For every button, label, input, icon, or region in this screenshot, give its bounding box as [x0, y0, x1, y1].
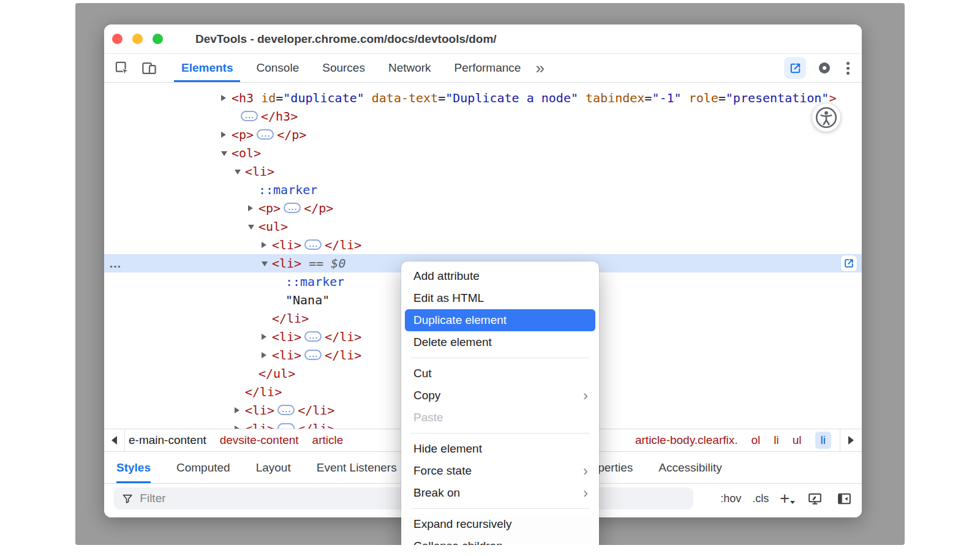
code-token: <li>: [272, 238, 301, 252]
menu-item-add-attribute[interactable]: Add attribute: [405, 265, 595, 287]
menu-item-copy[interactable]: Copy›: [405, 385, 595, 407]
dom-row[interactable]: <li>…</li>: [104, 236, 862, 254]
toggle-element-state-button[interactable]: :hov: [720, 492, 741, 505]
inline-expand-button[interactable]: …: [277, 405, 295, 415]
inline-expand-button[interactable]: …: [241, 111, 258, 121]
menu-item-hide-element[interactable]: Hide element: [405, 438, 595, 460]
code-token: "-1": [652, 91, 681, 105]
panel-tab-event-listeners[interactable]: Event Listeners: [317, 452, 397, 483]
panel-tab-layout[interactable]: Layout: [256, 452, 291, 483]
dom-row[interactable]: <p>…</p>: [104, 199, 862, 217]
zoom-window-button[interactable]: [153, 34, 163, 44]
paint-monitor-icon[interactable]: [805, 489, 824, 508]
tab-network[interactable]: Network: [381, 54, 439, 82]
element-classes-button[interactable]: .cls: [752, 492, 769, 505]
code-token: =: [718, 91, 726, 105]
submenu-chevron-icon: ›: [583, 385, 588, 406]
breadcrumb-item-devsite-content[interactable]: devsite-content: [220, 434, 299, 447]
tab-sources[interactable]: Sources: [315, 54, 372, 82]
toolbar-left-icons: [113, 54, 158, 82]
new-style-rule-button[interactable]: +: [780, 491, 794, 506]
breadcrumb-item-li[interactable]: li: [815, 432, 831, 449]
dom-row[interactable]: <li>: [104, 162, 862, 181]
code-token: "duplicate": [283, 91, 364, 105]
menu-item-collapse-children[interactable]: Collapse children: [405, 535, 595, 545]
menu-item-cut[interactable]: Cut: [405, 363, 595, 385]
panel-tab-styles[interactable]: Styles: [116, 452, 151, 483]
code-token: </p>: [304, 201, 333, 216]
menu-separator: [411, 508, 589, 509]
inline-expand-button[interactable]: …: [257, 129, 274, 140]
dom-row[interactable]: <p>…</p>: [104, 126, 862, 144]
collapse-arrow-icon[interactable]: [262, 261, 268, 266]
menu-item-delete-element[interactable]: Delete element: [405, 331, 595, 353]
expand-arrow-icon[interactable]: [262, 334, 266, 340]
expand-arrow-icon[interactable]: [262, 242, 266, 248]
code-token: <p>: [258, 201, 281, 216]
code-token: <ul>: [258, 219, 288, 234]
tab-elements[interactable]: Elements: [174, 54, 240, 82]
minimize-window-button[interactable]: [132, 34, 143, 44]
expand-arrow-icon[interactable]: [262, 352, 266, 358]
inspect-element-icon[interactable]: [113, 59, 131, 77]
inline-expand-button[interactable]: …: [277, 423, 295, 429]
chevron-left-icon: [111, 436, 117, 445]
menu-item-expand-recursively[interactable]: Expand recursively: [405, 513, 595, 535]
menu-item-edit-as-html[interactable]: Edit as HTML: [405, 287, 595, 309]
code-token: ==: [301, 256, 331, 271]
breadcrumb-item-ul[interactable]: ul: [793, 434, 802, 447]
devtools-toolbar: ElementsConsoleSourcesNetworkPerformance…: [104, 54, 862, 83]
window-controls: [112, 34, 163, 44]
menu-item-paste: Paste: [405, 407, 595, 429]
collapse-arrow-icon[interactable]: [248, 225, 254, 230]
breadcrumb-scroll-right-button[interactable]: [840, 429, 862, 451]
gray-backdrop: DevTools - developer.chrome.com/docs/dev…: [75, 3, 905, 545]
close-window-button[interactable]: [112, 34, 123, 44]
tab-performance[interactable]: Performance: [447, 54, 529, 82]
breadcrumb-scroll-left-button[interactable]: [104, 429, 125, 451]
toolbar-highlight-button[interactable]: [784, 57, 806, 79]
dom-row[interactable]: <ol>: [104, 144, 862, 162]
expand-arrow-icon[interactable]: [235, 407, 239, 413]
tab-console[interactable]: Console: [249, 54, 306, 82]
panel-tab-computed[interactable]: Computed: [176, 452, 230, 483]
inline-expand-button[interactable]: …: [304, 331, 322, 342]
more-tabs-icon[interactable]: »: [535, 54, 544, 82]
menu-item-duplicate-element[interactable]: Duplicate element: [405, 309, 595, 331]
node-badge-icon[interactable]: [841, 255, 857, 271]
menu-separator: [411, 433, 589, 434]
dom-row[interactable]: ::marker: [104, 181, 862, 199]
breadcrumb-item-article[interactable]: article: [312, 434, 344, 447]
settings-gear-icon[interactable]: [817, 61, 832, 75]
breadcrumb-item-e-main-content[interactable]: e-main-content: [129, 434, 206, 447]
kebab-menu-icon[interactable]: [846, 67, 850, 70]
device-toolbar-icon[interactable]: [140, 59, 158, 77]
expand-arrow-icon[interactable]: [248, 205, 253, 211]
menu-item-label: Delete element: [413, 336, 492, 348]
collapse-arrow-icon[interactable]: [235, 170, 241, 175]
toolbar-right-icons: [784, 54, 853, 82]
menu-item-force-state[interactable]: Force state›: [405, 460, 595, 482]
breadcrumb-item-li[interactable]: li: [774, 434, 778, 447]
code-token: </li>: [298, 403, 334, 418]
code-token: </li>: [325, 238, 361, 252]
inline-expand-button[interactable]: …: [284, 203, 301, 213]
breadcrumb-item-article-body-clearfix-[interactable]: article-body.clearfix.: [635, 434, 738, 447]
inline-expand-button[interactable]: …: [304, 350, 322, 360]
expand-arrow-icon[interactable]: [221, 95, 226, 101]
toggle-sidebar-icon[interactable]: [835, 489, 853, 508]
dom-row[interactable]: …</h3>: [104, 107, 862, 126]
expand-arrow-icon[interactable]: [221, 132, 226, 138]
breadcrumb-item-ol[interactable]: ol: [752, 434, 761, 447]
code-token: =: [276, 91, 283, 105]
row-options-icon[interactable]: …: [109, 254, 122, 272]
dom-row[interactable]: <ul>: [104, 217, 862, 236]
dom-row[interactable]: <h3 id="duplicate" data-text="Duplicate …: [104, 89, 862, 107]
code-token: </li>: [298, 421, 334, 429]
collapse-arrow-icon[interactable]: [221, 151, 227, 156]
inline-expand-button[interactable]: …: [304, 239, 322, 250]
code-token: <h3: [232, 91, 254, 105]
accessibility-overlay-icon[interactable]: [812, 103, 840, 132]
menu-item-break-on[interactable]: Break on›: [405, 482, 595, 504]
panel-tab-accessibility[interactable]: Accessibility: [658, 452, 722, 483]
